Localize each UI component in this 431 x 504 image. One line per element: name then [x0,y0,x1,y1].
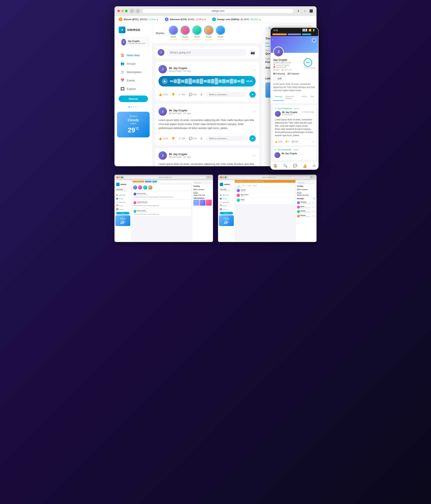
address-bar[interactable]: swirge.com [142,9,294,13]
notification-like[interactable]: 👍 102k [275,141,283,143]
thumb-msg-1[interactable]: Pharmmy You can help me dey... $2,1k [297,200,315,205]
thumb-msg-2[interactable]: jhurtie You can help me dey... $2,1k [297,205,315,209]
thumb-nav-events-1[interactable]: 📅 Events [115,204,131,207]
post-menu-2[interactable]: ⋯ [252,110,256,114]
sidebar-item-news-feed[interactable]: 🏠 News feed [116,51,151,59]
thumb-msg-3[interactable]: Adekolo You can help me dey... $2,1k [297,209,315,214]
dislike-button-2[interactable]: 👎 [171,137,175,140]
tab-media[interactable]: Media [300,94,308,101]
close-button[interactable] [117,10,120,12]
thumb-tab-photos[interactable]: Photos [252,184,259,187]
thumb-share-1[interactable]: ⬆ [207,176,209,178]
phone-edit-button[interactable]: Edit [273,76,286,81]
like-button-2[interactable]: 👍 310k [159,137,168,140]
back-button[interactable]: ‹ [130,9,134,13]
tab-swerves[interactable]: Swerves [273,94,284,101]
thumb-product-3[interactable] [206,200,212,206]
thumb-nav-groups-2[interactable]: 👥 Groups [218,197,235,200]
thumb-nav-news-1[interactable]: 🏠 News feed [115,193,131,197]
thumb-nav-news-2[interactable]: 🏠 News feed [218,193,235,197]
notification-comment[interactable]: 💬 38k [292,141,298,143]
thumb-nav-mkt-2[interactable]: 🛒 Marketplace [218,200,235,204]
thumb-product-1[interactable] [193,200,199,206]
phone-nav-search[interactable]: 🔍 [283,164,287,168]
phone-nav-grid[interactable]: ⊞ [313,164,315,168]
swerve-button[interactable]: Swerve [119,96,148,102]
thumb-tab-people[interactable]: People [246,184,252,187]
thumb-search-2[interactable]: 🔍 Search [297,181,315,184]
sidebar-item-events[interactable]: 📅 Events [116,76,151,84]
thumb-tl-yellow-2[interactable] [223,177,224,178]
dislike-icon-2: 👎 [171,137,175,140]
like-button-1[interactable]: 👍 310k [159,93,168,96]
camera-icon[interactable]: 📷 [249,49,257,56]
ticker-item-eth[interactable]: E Etherium (ETH) $1902 (0.28%) ♥ [165,18,206,21]
thumb-nav-events-2[interactable]: 📅 Events [218,204,235,207]
phone-nav-message[interactable]: 💬 [293,164,297,168]
share-button-2[interactable]: ↗ 30k [178,137,185,140]
tab-swerves-replies[interactable]: Swerves & Replies [284,94,300,101]
minimize-button[interactable] [121,10,124,12]
maximize-button[interactable] [125,10,127,12]
forward-button[interactable]: › [135,9,140,13]
notification-dislike[interactable]: 👎 0 [285,141,290,143]
thumb-address-2[interactable]: about.swirge.com [228,176,310,179]
add-tab-icon[interactable]: + [302,9,307,13]
composer-input[interactable] [166,49,247,56]
thumb-crypto-bar-2: BTC $59302▲ ETH $1902 ♥ Swirge $1.0076▲ [235,180,296,183]
thumb-product-2[interactable] [200,200,206,206]
notification-more[interactable]: ⋯ [312,140,314,143]
ticker-item-bitcoin[interactable]: B Bitcoin (BTC) $59302 (1.6%) ▲ [119,18,159,21]
comment-button-1[interactable]: 💬 10k [189,93,197,96]
thumb-sidebar-1: SWIRGE Jay Crypto email@example.com 🏠 Ne… [115,180,131,242]
phone-back-icon[interactable]: ‹ [272,38,273,41]
thumb-nav-explore-2[interactable]: 🔲 Explore [218,207,235,211]
sidebar-item-groups[interactable]: 👥 Groups [116,60,151,68]
thumb-address-1[interactable]: about.swirge.com [124,176,206,179]
story-item-2[interactable]: jhurtie ★★★★★ [180,26,190,41]
thumb-swerve-2[interactable]: Swerve [220,212,233,215]
thumb-msg-4[interactable]: Rhunnet You can help me dey... $2,1k [297,214,315,218]
thumb-nav-explore-1[interactable]: 🔲 Explore [115,207,131,211]
ticker-item-swirge[interactable]: S Swirge coin (SWGb) $1.0076 (58.3%) ▲ [212,18,261,21]
phone-settings-icon[interactable]: ⚙ [312,38,316,43]
post-menu-1[interactable]: ⋯ [252,67,256,71]
story-item-1[interactable]: jhurtie ★★★★★ [169,26,178,41]
sidebar-item-marketplace[interactable]: 🛒 Marketplace [116,68,151,76]
phone-nav-home[interactable]: 🏠 [273,164,278,168]
thumb-tl-green-2[interactable] [225,177,226,178]
dislike-button-1[interactable]: 👎 [171,93,175,96]
more-button-1[interactable]: ⊕ [200,93,203,96]
send-button-2[interactable]: ➤ [249,135,256,142]
thumb-swerve-1[interactable]: Swerve [116,212,129,215]
story-item-5[interactable]: jhurtie ★★★★★ [216,26,225,41]
thumb-nav-groups-1[interactable]: 👥 Groups [115,197,131,200]
story-item-3[interactable]: jhurtie ★★★★★ [192,26,202,41]
thumb-add-2[interactable]: + [313,176,314,178]
send-button-1[interactable]: ➤ [249,91,256,98]
comment-button-2[interactable]: 💬 10k [189,137,197,140]
share-icon[interactable]: ⬆ [296,9,301,13]
play-button[interactable]: ▶ [162,78,168,84]
phone-nav-bell[interactable]: 🔔 [303,164,307,168]
thumb-nav-mkt-1[interactable]: 🛒 Marketplace [115,200,131,204]
share-button-1[interactable]: ↗ 30k [178,93,185,96]
thumb-add-1[interactable]: + [210,176,211,178]
thumb-tl-green-1[interactable] [121,177,123,178]
user-profile-mini[interactable]: J Jay Crypto email@example.com [117,37,150,48]
tab-likes[interactable]: likes [308,94,316,101]
more-button-2[interactable]: ⊕ [200,137,203,140]
thumb-tl-red-2[interactable] [220,177,222,178]
comment-input-2[interactable] [206,136,246,141]
sidebar-item-explore[interactable]: 🔲 Explore [116,85,151,93]
story-item-4[interactable]: jhurtie ★★★★★ [204,26,213,41]
thumb-share-2[interactable]: ⬆ [311,176,313,178]
comment-input-1[interactable] [206,92,246,97]
thumb-search-1[interactable]: 🔍 Search [193,181,212,184]
thumb-tl-red-1[interactable] [117,177,118,178]
thumb-tab-top[interactable]: Top [237,184,241,187]
thumb-tab-latest[interactable]: Latest [241,184,246,187]
post-menu-3[interactable]: ⋯ [252,153,256,157]
thumb-tl-yellow-1[interactable] [119,177,121,178]
extensions-icon[interactable]: ⬛ [308,9,314,13]
